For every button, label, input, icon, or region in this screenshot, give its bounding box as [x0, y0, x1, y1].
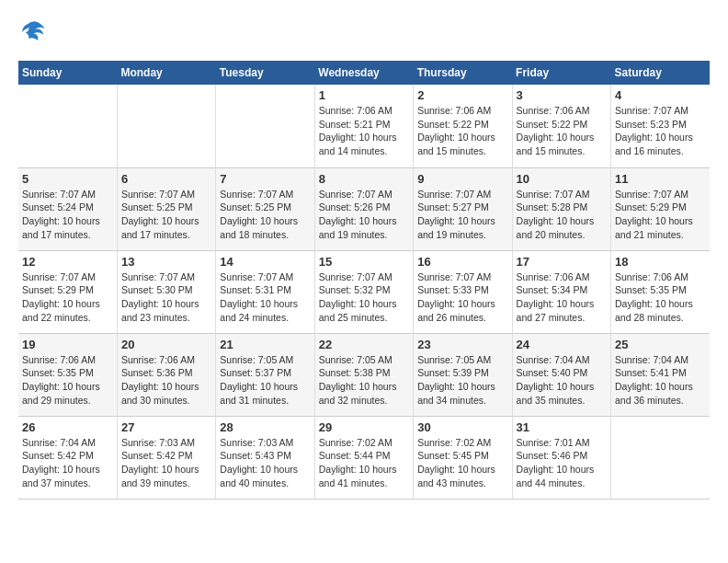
page-header — [18, 18, 710, 46]
day-info: Sunrise: 7:05 AM Sunset: 5:37 PM Dayligh… — [220, 353, 310, 408]
calendar-cell: 17Sunrise: 7:06 AM Sunset: 5:34 PM Dayli… — [512, 250, 610, 333]
day-number: 2 — [417, 88, 507, 102]
day-info: Sunrise: 7:06 AM Sunset: 5:36 PM Dayligh… — [121, 353, 211, 408]
calendar-cell — [117, 85, 215, 167]
day-number: 3 — [517, 88, 607, 102]
weekday-header-tuesday: Tuesday — [216, 61, 314, 85]
day-info: Sunrise: 7:07 AM Sunset: 5:24 PM Dayligh… — [22, 188, 113, 242]
day-number: 13 — [121, 255, 211, 269]
day-info: Sunrise: 7:01 AM Sunset: 5:46 PM Dayligh… — [517, 436, 607, 490]
day-number: 25 — [615, 338, 706, 351]
day-number: 17 — [517, 255, 607, 269]
day-info: Sunrise: 7:07 AM Sunset: 5:31 PM Dayligh… — [220, 270, 310, 325]
logo — [18, 18, 50, 46]
calendar-cell: 31Sunrise: 7:01 AM Sunset: 5:46 PM Dayli… — [512, 416, 610, 499]
calendar-cell: 5Sunrise: 7:07 AM Sunset: 5:24 PM Daylig… — [18, 167, 117, 250]
day-number: 29 — [319, 420, 409, 434]
calendar-cell: 29Sunrise: 7:02 AM Sunset: 5:44 PM Dayli… — [314, 416, 413, 499]
day-info: Sunrise: 7:07 AM Sunset: 5:25 PM Dayligh… — [220, 188, 310, 242]
day-info: Sunrise: 7:03 AM Sunset: 5:42 PM Dayligh… — [121, 436, 211, 490]
calendar-cell: 16Sunrise: 7:07 AM Sunset: 5:33 PM Dayli… — [414, 250, 512, 333]
calendar-week-4: 19Sunrise: 7:06 AM Sunset: 5:35 PM Dayli… — [18, 333, 710, 416]
day-number: 6 — [121, 172, 211, 186]
calendar-cell: 4Sunrise: 7:07 AM Sunset: 5:23 PM Daylig… — [611, 85, 710, 167]
calendar-cell: 9Sunrise: 7:07 AM Sunset: 5:27 PM Daylig… — [414, 167, 512, 250]
calendar-cell: 11Sunrise: 7:07 AM Sunset: 5:29 PM Dayli… — [611, 167, 710, 250]
calendar-cell: 14Sunrise: 7:07 AM Sunset: 5:31 PM Dayli… — [216, 250, 314, 333]
weekday-header-sunday: Sunday — [18, 61, 117, 85]
day-info: Sunrise: 7:06 AM Sunset: 5:35 PM Dayligh… — [22, 353, 113, 408]
calendar-table: SundayMondayTuesdayWednesdayThursdayFrid… — [18, 61, 710, 500]
day-info: Sunrise: 7:07 AM Sunset: 5:30 PM Dayligh… — [121, 270, 211, 325]
day-info: Sunrise: 7:04 AM Sunset: 5:41 PM Dayligh… — [615, 353, 706, 408]
day-number: 18 — [615, 255, 706, 269]
day-info: Sunrise: 7:06 AM Sunset: 5:21 PM Dayligh… — [319, 104, 409, 158]
day-info: Sunrise: 7:06 AM Sunset: 5:22 PM Dayligh… — [417, 104, 507, 158]
calendar-cell: 24Sunrise: 7:04 AM Sunset: 5:40 PM Dayli… — [512, 333, 610, 416]
calendar-cell: 6Sunrise: 7:07 AM Sunset: 5:25 PM Daylig… — [117, 167, 215, 250]
day-info: Sunrise: 7:06 AM Sunset: 5:35 PM Dayligh… — [615, 270, 706, 325]
day-number: 4 — [615, 88, 706, 102]
day-number: 10 — [517, 172, 607, 186]
day-number: 26 — [22, 420, 113, 434]
calendar-cell: 30Sunrise: 7:02 AM Sunset: 5:45 PM Dayli… — [414, 416, 512, 499]
calendar-week-3: 12Sunrise: 7:07 AM Sunset: 5:29 PM Dayli… — [18, 250, 710, 333]
day-number: 7 — [220, 172, 310, 186]
day-info: Sunrise: 7:05 AM Sunset: 5:39 PM Dayligh… — [417, 353, 507, 408]
day-info: Sunrise: 7:04 AM Sunset: 5:42 PM Dayligh… — [22, 436, 113, 490]
day-info: Sunrise: 7:06 AM Sunset: 5:22 PM Dayligh… — [517, 104, 607, 158]
day-number: 1 — [319, 88, 409, 102]
day-number: 11 — [615, 172, 706, 186]
calendar-cell: 8Sunrise: 7:07 AM Sunset: 5:26 PM Daylig… — [314, 167, 413, 250]
logo-icon — [18, 18, 46, 46]
calendar-cell: 19Sunrise: 7:06 AM Sunset: 5:35 PM Dayli… — [18, 333, 117, 416]
day-info: Sunrise: 7:03 AM Sunset: 5:43 PM Dayligh… — [220, 436, 310, 490]
calendar-cell — [216, 85, 314, 167]
calendar-week-1: 1Sunrise: 7:06 AM Sunset: 5:21 PM Daylig… — [18, 85, 710, 167]
weekday-header-row: SundayMondayTuesdayWednesdayThursdayFrid… — [18, 61, 710, 85]
day-number: 9 — [417, 172, 507, 186]
day-info: Sunrise: 7:07 AM Sunset: 5:26 PM Dayligh… — [319, 188, 409, 242]
calendar-cell — [611, 416, 710, 499]
day-number: 12 — [22, 255, 113, 269]
day-number: 14 — [220, 255, 310, 269]
calendar-week-5: 26Sunrise: 7:04 AM Sunset: 5:42 PM Dayli… — [18, 416, 710, 499]
calendar-cell: 26Sunrise: 7:04 AM Sunset: 5:42 PM Dayli… — [18, 416, 117, 499]
weekday-header-saturday: Saturday — [611, 61, 710, 85]
calendar-cell: 3Sunrise: 7:06 AM Sunset: 5:22 PM Daylig… — [512, 85, 610, 167]
day-number: 5 — [22, 172, 113, 186]
calendar-cell: 27Sunrise: 7:03 AM Sunset: 5:42 PM Dayli… — [117, 416, 215, 499]
day-info: Sunrise: 7:07 AM Sunset: 5:32 PM Dayligh… — [319, 270, 409, 325]
day-number: 21 — [220, 338, 310, 351]
day-info: Sunrise: 7:07 AM Sunset: 5:25 PM Dayligh… — [121, 188, 211, 242]
day-number: 19 — [22, 338, 113, 351]
day-number: 22 — [319, 338, 409, 351]
day-info: Sunrise: 7:05 AM Sunset: 5:38 PM Dayligh… — [319, 353, 409, 408]
calendar-cell: 21Sunrise: 7:05 AM Sunset: 5:37 PM Dayli… — [216, 333, 314, 416]
calendar-cell: 1Sunrise: 7:06 AM Sunset: 5:21 PM Daylig… — [314, 85, 413, 167]
calendar-cell: 12Sunrise: 7:07 AM Sunset: 5:29 PM Dayli… — [18, 250, 117, 333]
weekday-header-friday: Friday — [512, 61, 610, 85]
calendar-cell: 20Sunrise: 7:06 AM Sunset: 5:36 PM Dayli… — [117, 333, 215, 416]
day-number: 8 — [319, 172, 409, 186]
day-number: 20 — [121, 338, 211, 351]
day-number: 28 — [220, 420, 310, 434]
weekday-header-thursday: Thursday — [414, 61, 512, 85]
day-number: 30 — [417, 420, 507, 434]
day-info: Sunrise: 7:07 AM Sunset: 5:33 PM Dayligh… — [417, 270, 507, 325]
day-info: Sunrise: 7:07 AM Sunset: 5:27 PM Dayligh… — [417, 188, 507, 242]
calendar-cell: 10Sunrise: 7:07 AM Sunset: 5:28 PM Dayli… — [512, 167, 610, 250]
day-number: 15 — [319, 255, 409, 269]
calendar-cell: 18Sunrise: 7:06 AM Sunset: 5:35 PM Dayli… — [611, 250, 710, 333]
calendar-cell: 7Sunrise: 7:07 AM Sunset: 5:25 PM Daylig… — [216, 167, 314, 250]
calendar-cell: 13Sunrise: 7:07 AM Sunset: 5:30 PM Dayli… — [117, 250, 215, 333]
calendar-cell: 28Sunrise: 7:03 AM Sunset: 5:43 PM Dayli… — [216, 416, 314, 499]
day-info: Sunrise: 7:02 AM Sunset: 5:45 PM Dayligh… — [417, 436, 507, 490]
day-info: Sunrise: 7:02 AM Sunset: 5:44 PM Dayligh… — [319, 436, 409, 490]
day-number: 24 — [517, 338, 607, 351]
day-info: Sunrise: 7:07 AM Sunset: 5:29 PM Dayligh… — [615, 188, 706, 242]
day-info: Sunrise: 7:07 AM Sunset: 5:29 PM Dayligh… — [22, 270, 113, 325]
calendar-cell — [18, 85, 117, 167]
day-number: 16 — [417, 255, 507, 269]
day-info: Sunrise: 7:07 AM Sunset: 5:28 PM Dayligh… — [517, 188, 607, 242]
